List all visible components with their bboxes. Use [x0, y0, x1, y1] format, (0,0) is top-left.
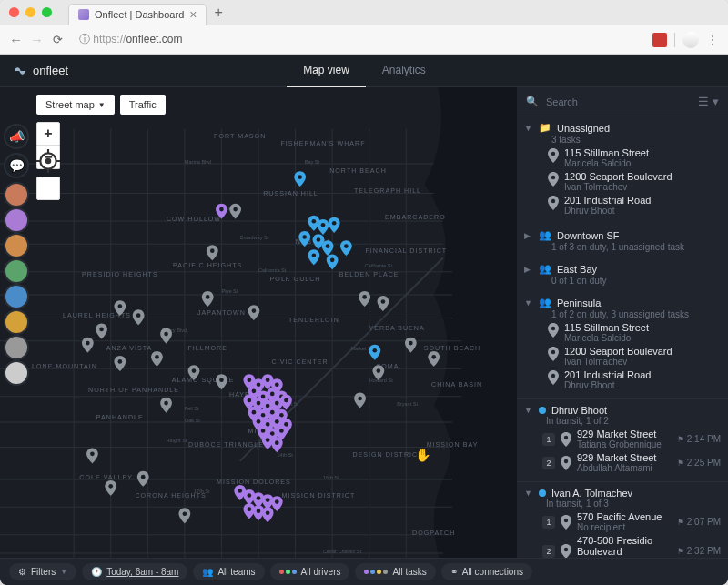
group-header[interactable]: ▶ 👥 Downtown SF — [524, 229, 721, 241]
driver-header[interactable]: ▼ Ivan A. Tolmachev — [524, 488, 721, 499]
svg-text:FORT MASON: FORT MASON — [214, 133, 266, 140]
svg-text:FINANCIAL DISTRICT: FINANCIAL DISTRICT — [365, 247, 447, 255]
caret-right-icon: ▶ — [524, 265, 533, 274]
stop-address: 929 Market Street — [577, 429, 672, 439]
svg-point-100 — [409, 341, 413, 346]
stop-recipient: Abdullah Altamami — [577, 463, 672, 473]
svg-point-142 — [270, 431, 275, 436]
chat-icon[interactable]: 💬 — [4, 153, 29, 178]
filter-icon: ⚙ — [18, 567, 26, 577]
maximize-window-button[interactable] — [42, 7, 52, 17]
svg-point-110 — [321, 223, 326, 227]
driver-avatar[interactable] — [4, 207, 29, 233]
teams-filter-button[interactable]: 👥All teams — [193, 563, 264, 580]
group-header[interactable]: ▼ 📁 Unassigned — [524, 122, 721, 134]
svg-text:DUBOCE TRIANGLE: DUBOCE TRIANGLE — [188, 441, 264, 449]
driver-avatar[interactable] — [4, 182, 29, 207]
browser-extensions: ⋮ — [652, 32, 719, 48]
task-item[interactable]: 115 Stillman StreetMaricela Salcido — [548, 147, 721, 168]
task-panel[interactable]: ▼ 📁 Unassigned 3 tasks115 Stillman Stree… — [517, 116, 728, 558]
group-subtitle: 0 of 1 on duty — [551, 276, 721, 286]
group-title: Peninsula — [557, 298, 601, 308]
list-view-toggle[interactable]: ☰ ▾ — [698, 95, 719, 108]
pin-icon — [561, 515, 571, 530]
traffic-button[interactable]: Traffic — [120, 95, 166, 115]
task-item[interactable]: 1200 Seaport BoulevardIvan Tolmachev — [548, 171, 721, 192]
browser-menu-icon[interactable]: ⋮ — [706, 33, 719, 47]
stop-item[interactable]: 2 929 Market StreetAbdullah Altamami ⚑2:… — [542, 452, 721, 473]
svg-text:17th St: 17th St — [194, 489, 210, 494]
svg-point-144 — [266, 438, 270, 442]
timerange-button[interactable]: 🕐Today, 6am - 8am — [82, 563, 187, 580]
svg-point-170 — [564, 548, 568, 551]
driver-avatar[interactable] — [4, 284, 29, 309]
stop-item[interactable]: 2 470-508 Presidio BoulevardBlair Wichit… — [542, 535, 721, 558]
svg-text:14th St: 14th St — [277, 452, 293, 458]
forward-button[interactable]: → — [30, 32, 44, 47]
svg-text:RUSSIAN HILL: RUSSIAN HILL — [263, 190, 318, 197]
group-header[interactable]: ▶ 👥 East Bay — [524, 263, 721, 275]
team-icon: 👥 — [539, 297, 551, 308]
svg-text:Pine St: Pine St — [221, 288, 238, 294]
driver-section: ▼ Ivan A. Tolmachev In transit, 1 of 3 1… — [517, 481, 728, 558]
task-item[interactable]: 201 Industrial RoadDhruv Bhoot — [548, 195, 721, 216]
connections-filter-button[interactable]: ⚭All connections — [441, 563, 532, 580]
back-button[interactable]: ← — [9, 32, 23, 47]
new-tab-button[interactable]: + — [214, 5, 222, 21]
stop-item[interactable]: 1 929 Market StreetTatiana Grobennique ⚑… — [542, 429, 721, 449]
svg-point-97 — [233, 207, 238, 212]
stop-item[interactable]: 1 570 Pacific AvenueNo recipient ⚑2:07 P… — [542, 511, 721, 532]
svg-text:California St: California St — [365, 263, 393, 268]
url-bar[interactable]: ⓘ https://onfleet.com — [72, 32, 643, 47]
map-type-controls: Street map ▼ Traffic — [36, 95, 166, 115]
driver-avatar[interactable] — [4, 233, 29, 258]
pin-icon — [548, 148, 559, 163]
street-map-button[interactable]: Street map ▼ — [36, 95, 115, 115]
svg-text:JAPANTOWN: JAPANTOWN — [197, 309, 246, 317]
pin-icon — [548, 323, 559, 338]
megaphone-icon[interactable]: 📣 — [4, 124, 29, 149]
team-icon: 👥 — [202, 567, 213, 577]
brand-logo[interactable]: onfleet — [13, 64, 68, 78]
svg-point-165 — [551, 350, 555, 354]
svg-text:LONE MOUNTAIN: LONE MOUNTAIN — [32, 363, 97, 370]
extension-icon[interactable] — [652, 33, 667, 47]
tab-analytics[interactable]: Analytics — [366, 55, 442, 87]
task-item[interactable]: 1200 Seaport BoulevardIvan Tolmachev — [548, 346, 721, 367]
driver-header[interactable]: ▼ Dhruv Bhoot — [524, 405, 721, 416]
task-item[interactable]: 201 Industrial RoadDhruv Bhoot — [548, 369, 721, 390]
profile-avatar[interactable] — [682, 32, 699, 48]
svg-point-126 — [270, 392, 275, 397]
pin-icon — [561, 544, 571, 558]
driver-avatar[interactable] — [4, 335, 29, 360]
task-item[interactable]: 115 Stillman StreetMaricela Salcido — [548, 322, 721, 343]
reload-button[interactable]: ⟳ — [53, 33, 63, 46]
browser-titlebar: Onfleet | Dashboard × + — [0, 0, 728, 25]
svg-point-99 — [381, 299, 386, 304]
search-input[interactable] — [546, 96, 691, 107]
minimize-window-button[interactable] — [25, 7, 35, 17]
task-title: 201 Industrial Road — [564, 369, 721, 380]
driver-avatar[interactable] — [4, 309, 29, 335]
locate-button[interactable] — [36, 177, 60, 200]
connections-icon: ⚭ — [450, 567, 458, 577]
driver-avatar[interactable] — [4, 258, 29, 284]
browser-tab[interactable]: Onfleet | Dashboard × — [68, 4, 207, 25]
status-dot — [539, 489, 546, 497]
map-canvas[interactable]: FORT MASONRUSSIAN HILLFISHERMAN'S WHARFN… — [0, 87, 517, 558]
tab-close-icon[interactable]: × — [189, 7, 197, 22]
url-host: onfleet.com — [126, 33, 182, 45]
filters-button[interactable]: ⚙Filters▼ — [9, 563, 76, 580]
drivers-filter-button[interactable]: All drivers — [270, 563, 350, 580]
pin-icon — [561, 456, 571, 470]
tasks-filter-button[interactable]: All tasks — [355, 563, 435, 580]
driver-avatar[interactable] — [4, 360, 29, 386]
group-header[interactable]: ▼ 👥 Peninsula — [524, 297, 721, 308]
svg-point-111 — [332, 221, 337, 226]
logo-mark-icon — [13, 64, 27, 78]
svg-point-130 — [266, 404, 270, 408]
close-window-button[interactable] — [9, 7, 19, 17]
tab-map-view[interactable]: Map view — [287, 55, 366, 87]
svg-point-152 — [257, 509, 261, 513]
status-dot — [539, 407, 546, 414]
